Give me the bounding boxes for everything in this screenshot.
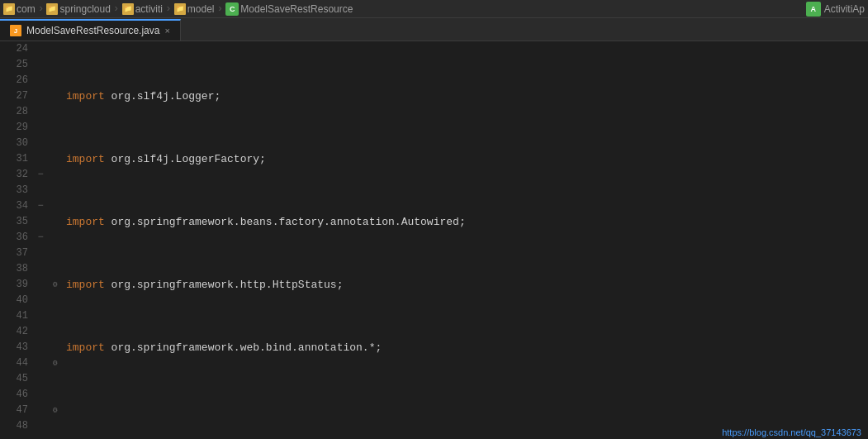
- line-num-30: 30: [0, 136, 28, 151]
- folder-icon-activiti: 📁: [122, 3, 134, 15]
- folder-icon-model: 📁: [174, 3, 186, 15]
- annot-38: [48, 261, 63, 277]
- line-num-37: 37: [0, 246, 28, 261]
- line-num-38: 38: [0, 261, 28, 277]
- code-content: import org.slf4j.Logger; import org.slf4…: [63, 41, 868, 439]
- fold-44: [33, 355, 48, 371]
- line-num-35: 35: [0, 214, 28, 230]
- line-num-36: 36: [0, 230, 28, 246]
- annot-31: [48, 151, 63, 167]
- annot-34: [48, 198, 63, 214]
- fold-35: [33, 214, 48, 230]
- annot-27: [48, 88, 63, 104]
- fold-40: [33, 293, 48, 308]
- line-num-41: 41: [0, 308, 28, 324]
- annot-46: [48, 387, 63, 403]
- annot-25: [48, 57, 63, 73]
- breadcrumb-item-class[interactable]: C ModelSaveRestResource: [225, 2, 353, 16]
- breadcrumb-sep-1: ›: [38, 2, 45, 15]
- line-num-40: 40: [0, 293, 28, 308]
- fold-38: [33, 261, 48, 277]
- line-num-28: 28: [0, 104, 28, 120]
- line-numbers: 24 25 26 27 28 29 30 31 32 33 34 35 36 3…: [0, 41, 33, 439]
- annotation-column: ⚙ ⚙ ⚙: [48, 41, 63, 439]
- line-num-34: 34: [0, 198, 28, 214]
- annot-36: [48, 230, 63, 246]
- line-num-44: 44: [0, 355, 28, 371]
- fold-34[interactable]: −: [33, 198, 48, 214]
- annot-48: [48, 418, 63, 434]
- activiti-icon-right: A: [806, 2, 821, 17]
- code-line-24: import org.slf4j.Logger;: [66, 88, 868, 104]
- line-num-46: 46: [0, 387, 28, 403]
- line-num-43: 43: [0, 340, 28, 355]
- annot-32: [48, 167, 63, 183]
- fold-46: [33, 387, 48, 403]
- line-num-24: 24: [0, 41, 28, 57]
- annot-33: [48, 183, 63, 198]
- line-num-32: 32: [0, 167, 28, 183]
- fold-25: [33, 57, 48, 73]
- line-num-25: 25: [0, 57, 28, 73]
- fold-30: [33, 136, 48, 151]
- fold-column: − − −: [33, 41, 48, 439]
- line-num-45: 45: [0, 371, 28, 387]
- bottom-url: https://blog.csdn.net/qq_37143673: [722, 427, 861, 437]
- fold-24: [33, 41, 48, 57]
- fold-43: [33, 340, 48, 355]
- fold-28: [33, 104, 48, 120]
- tab-label: ModelSaveRestResource.java: [26, 25, 159, 36]
- annot-29: [48, 120, 63, 136]
- breadcrumb-item-activiti[interactable]: 📁 activiti: [122, 3, 163, 15]
- fold-31: [33, 151, 48, 167]
- annot-43: [48, 340, 63, 355]
- annot-30: [48, 136, 63, 151]
- breadcrumb-item-model[interactable]: 📁 model: [174, 3, 215, 15]
- fold-29: [33, 120, 48, 136]
- breadcrumb-item-com[interactable]: 📁 com: [3, 3, 36, 15]
- code-line-26: import org.springframework.beans.factory…: [66, 214, 868, 230]
- fold-26: [33, 73, 48, 88]
- fold-37: [33, 246, 48, 261]
- line-num-26: 26: [0, 73, 28, 88]
- fold-33: [33, 183, 48, 198]
- line-num-29: 29: [0, 120, 28, 136]
- activiti-label-right: ActivitiAp: [824, 3, 865, 15]
- tab-bar: J ModelSaveRestResource.java ×: [0, 18, 868, 41]
- annot-42: [48, 324, 63, 340]
- annot-41: [48, 308, 63, 324]
- annot-40: [48, 293, 63, 308]
- breadcrumb-sep-4: ›: [217, 2, 224, 15]
- line-num-33: 33: [0, 183, 28, 198]
- line-num-39: 39: [0, 277, 28, 293]
- annot-24: [48, 41, 63, 57]
- code-line-29: [66, 403, 868, 418]
- code-line-28: import org.springframework.web.bind.anno…: [66, 340, 868, 355]
- annot-26: [48, 73, 63, 88]
- annot-35: [48, 214, 63, 230]
- breadcrumb-sep-2: ›: [113, 2, 120, 15]
- annot-44[interactable]: ⚙: [48, 355, 63, 371]
- breadcrumb-sep-3: ›: [165, 2, 172, 15]
- annot-39[interactable]: ⚙: [48, 277, 63, 293]
- tab-close-button[interactable]: ×: [164, 26, 169, 36]
- line-num-27: 27: [0, 88, 28, 104]
- fold-36[interactable]: −: [33, 230, 48, 246]
- fold-48: [33, 418, 48, 434]
- annot-45: [48, 371, 63, 387]
- fold-39: [33, 277, 48, 293]
- fold-45: [33, 371, 48, 387]
- annot-47[interactable]: ⚙: [48, 403, 63, 418]
- annot-37: [48, 246, 63, 261]
- fold-47: [33, 403, 48, 418]
- line-num-42: 42: [0, 324, 28, 340]
- code-line-25: import org.slf4j.LoggerFactory;: [66, 151, 868, 167]
- fold-27: [33, 88, 48, 104]
- class-icon: C: [225, 2, 239, 16]
- folder-icon-springcloud: 📁: [46, 3, 58, 15]
- fold-32[interactable]: −: [33, 167, 48, 183]
- java-file-icon: J: [10, 25, 21, 36]
- tab-modelsave[interactable]: J ModelSaveRestResource.java ×: [0, 19, 181, 41]
- breadcrumb-item-springcloud[interactable]: 📁 springcloud: [46, 3, 110, 15]
- code-line-27: import org.springframework.http.HttpStat…: [66, 277, 868, 293]
